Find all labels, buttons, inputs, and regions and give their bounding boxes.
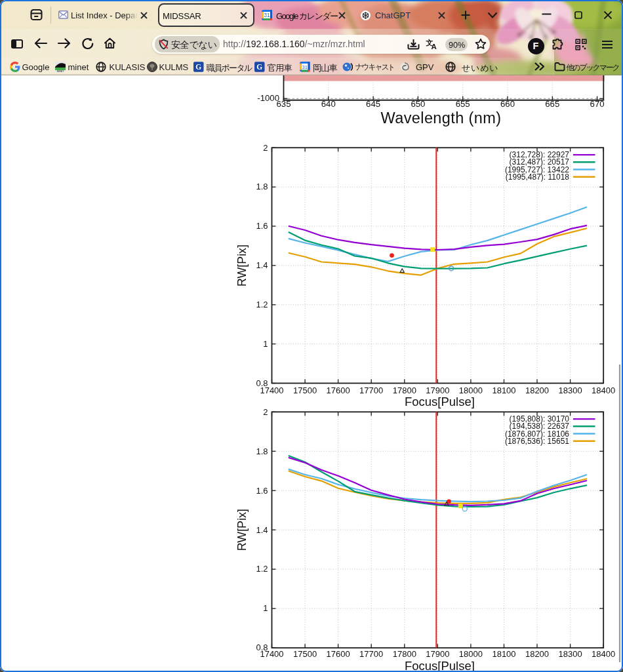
- svg-text:31: 31: [264, 12, 270, 18]
- svg-text:18100: 18100: [492, 385, 515, 395]
- svg-text:660: 660: [500, 99, 515, 109]
- svg-text:Focus[Pulse]: Focus[Pulse]: [405, 659, 475, 672]
- svg-text:0.8: 0.8: [256, 642, 268, 652]
- svg-text:18200: 18200: [525, 385, 549, 395]
- svg-text:1: 1: [263, 603, 268, 613]
- svg-text:1: 1: [263, 339, 268, 349]
- svg-text:17900: 17900: [426, 649, 449, 659]
- svg-text:17500: 17500: [293, 649, 317, 659]
- svg-text:640: 640: [321, 99, 336, 109]
- svg-text:0.8: 0.8: [256, 378, 268, 388]
- svg-text:18400: 18400: [592, 649, 615, 659]
- svg-text:1.6: 1.6: [256, 486, 268, 496]
- svg-text:18400: 18400: [592, 385, 615, 395]
- svg-text:2: 2: [263, 143, 268, 153]
- svg-text:MINET: MINET: [56, 69, 64, 71]
- svg-text:1.6: 1.6: [256, 221, 268, 231]
- svg-text:G: G: [256, 63, 262, 71]
- svg-text:1.8: 1.8: [256, 446, 268, 456]
- svg-text:1.8: 1.8: [256, 182, 268, 191]
- svg-text:18300: 18300: [559, 649, 582, 659]
- svg-text:17700: 17700: [359, 649, 383, 659]
- svg-text:17800: 17800: [393, 649, 416, 659]
- svg-text:Focus[Pulse]: Focus[Pulse]: [405, 395, 475, 408]
- svg-text:17500: 17500: [293, 385, 317, 395]
- svg-text:G: G: [195, 63, 201, 71]
- svg-text:655: 655: [456, 99, 470, 109]
- svg-text:A: A: [432, 43, 437, 50]
- svg-text:17600: 17600: [327, 649, 350, 659]
- svg-text:1.2: 1.2: [256, 564, 268, 574]
- svg-text:2: 2: [263, 407, 268, 417]
- svg-text:(1876,536): 15651: (1876,536): 15651: [505, 437, 569, 446]
- svg-text:665: 665: [545, 99, 559, 109]
- svg-text:17600: 17600: [327, 385, 350, 395]
- svg-text:18000: 18000: [459, 649, 483, 659]
- svg-text:18100: 18100: [492, 649, 515, 659]
- svg-text:(1995,487): 11018: (1995,487): 11018: [506, 172, 570, 182]
- svg-text:17700: 17700: [359, 385, 383, 395]
- svg-text:1.2: 1.2: [256, 300, 268, 309]
- svg-text:645: 645: [366, 99, 380, 109]
- svg-text:-1000: -1000: [257, 93, 279, 103]
- svg-text:650: 650: [411, 99, 425, 109]
- svg-text:18300: 18300: [559, 385, 582, 395]
- svg-text:18200: 18200: [525, 649, 549, 659]
- svg-text:670: 670: [590, 99, 605, 109]
- svg-text:RW[Pix]: RW[Pix]: [235, 245, 249, 287]
- svg-text:1.4: 1.4: [256, 525, 268, 535]
- svg-text:31: 31: [302, 64, 308, 70]
- svg-text:RW[Pix]: RW[Pix]: [235, 509, 249, 551]
- svg-text:Wavelength (nm): Wavelength (nm): [380, 109, 501, 127]
- svg-text:1.4: 1.4: [256, 260, 268, 270]
